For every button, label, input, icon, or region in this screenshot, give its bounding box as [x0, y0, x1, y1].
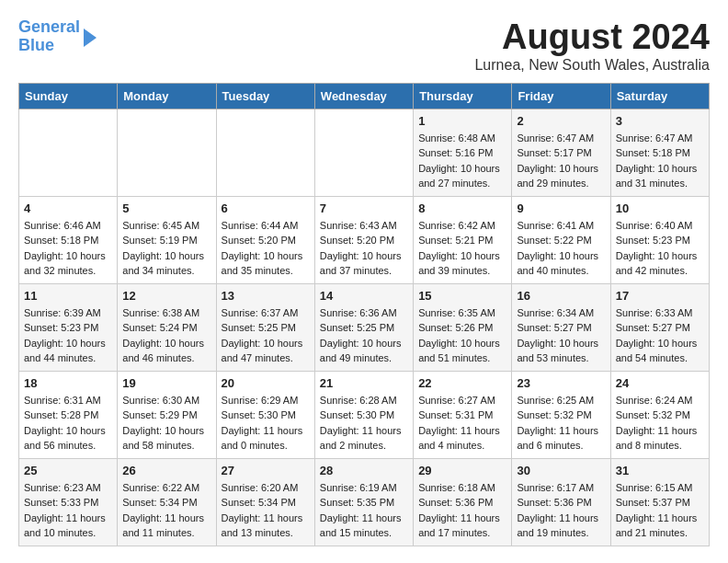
- daylight-text: Daylight: 10 hours and 32 minutes.: [24, 250, 106, 277]
- day-number: 8: [418, 201, 506, 215]
- day-number: 27: [222, 464, 310, 477]
- table-row: 30 Sunrise: 6:17 AM Sunset: 5:36 PM Dayl…: [512, 458, 610, 546]
- day-number: 14: [320, 289, 408, 303]
- sunset-text: Sunset: 5:30 PM: [222, 409, 296, 420]
- table-row: 23 Sunrise: 6:25 AM Sunset: 5:32 PM Dayl…: [512, 371, 610, 458]
- table-row: 2 Sunrise: 6:47 AM Sunset: 5:17 PM Dayli…: [512, 109, 610, 196]
- calendar-week-row: 1 Sunrise: 6:48 AM Sunset: 5:16 PM Dayli…: [19, 109, 710, 196]
- daylight-text: Daylight: 10 hours and 51 minutes.: [418, 338, 500, 364]
- logo-arrow-icon: [84, 29, 97, 47]
- day-number: 19: [122, 376, 210, 390]
- sunrise-text: Sunrise: 6:37 AM: [222, 307, 299, 318]
- daylight-text: Daylight: 11 hours and 4 minutes.: [418, 425, 500, 452]
- sunset-text: Sunset: 5:29 PM: [122, 409, 197, 420]
- sunrise-text: Sunrise: 6:40 AM: [616, 220, 693, 231]
- day-number: 18: [24, 376, 112, 390]
- table-row: 12 Sunrise: 6:38 AM Sunset: 5:24 PM Dayl…: [118, 283, 216, 371]
- sunset-text: Sunset: 5:25 PM: [222, 322, 296, 333]
- table-row: 26 Sunrise: 6:22 AM Sunset: 5:34 PM Dayl…: [118, 458, 216, 546]
- day-number: 22: [418, 376, 506, 390]
- sunrise-text: Sunrise: 6:36 AM: [320, 307, 397, 318]
- day-number: 28: [320, 464, 408, 477]
- sunrise-text: Sunrise: 6:46 AM: [24, 220, 101, 231]
- sunrise-text: Sunrise: 6:38 AM: [122, 307, 199, 318]
- daylight-text: Daylight: 10 hours and 58 minutes.: [122, 425, 204, 452]
- daylight-text: Daylight: 10 hours and 39 minutes.: [418, 250, 500, 277]
- sunset-text: Sunset: 5:32 PM: [517, 409, 591, 420]
- day-number: 5: [122, 201, 210, 215]
- page-title: August 2024: [474, 18, 710, 57]
- daylight-text: Daylight: 10 hours and 42 minutes.: [616, 250, 698, 277]
- sunset-text: Sunset: 5:26 PM: [418, 322, 493, 333]
- day-number: 16: [517, 289, 605, 303]
- sunrise-text: Sunrise: 6:19 AM: [320, 482, 397, 493]
- day-number: 10: [616, 201, 704, 215]
- sunrise-text: Sunrise: 6:18 AM: [418, 482, 495, 493]
- table-row: 28 Sunrise: 6:19 AM Sunset: 5:35 PM Dayl…: [314, 458, 413, 546]
- calendar-week-row: 11 Sunrise: 6:39 AM Sunset: 5:23 PM Dayl…: [19, 283, 710, 371]
- day-number: 30: [517, 464, 605, 477]
- sunset-text: Sunset: 5:34 PM: [222, 497, 296, 508]
- table-row: 24 Sunrise: 6:24 AM Sunset: 5:32 PM Dayl…: [610, 371, 709, 458]
- table-row: 27 Sunrise: 6:20 AM Sunset: 5:34 PM Dayl…: [216, 458, 314, 546]
- table-row: 18 Sunrise: 6:31 AM Sunset: 5:28 PM Dayl…: [19, 371, 118, 458]
- sunset-text: Sunset: 5:23 PM: [616, 235, 690, 246]
- page-header: General Blue August 2024 Lurnea, New Sou…: [18, 18, 710, 74]
- daylight-text: Daylight: 10 hours and 44 minutes.: [24, 338, 106, 364]
- day-number: 11: [24, 289, 112, 303]
- daylight-text: Daylight: 11 hours and 10 minutes.: [24, 512, 106, 539]
- sunrise-text: Sunrise: 6:33 AM: [616, 307, 693, 318]
- table-row: 17 Sunrise: 6:33 AM Sunset: 5:27 PM Dayl…: [610, 283, 709, 371]
- sunrise-text: Sunrise: 6:29 AM: [222, 395, 299, 406]
- daylight-text: Daylight: 11 hours and 11 minutes.: [122, 512, 204, 539]
- daylight-text: Daylight: 10 hours and 34 minutes.: [122, 250, 204, 277]
- col-monday: Monday: [118, 83, 216, 109]
- daylight-text: Daylight: 10 hours and 49 minutes.: [320, 338, 402, 364]
- sunrise-text: Sunrise: 6:17 AM: [517, 482, 594, 493]
- table-row: 16 Sunrise: 6:34 AM Sunset: 5:27 PM Dayl…: [512, 283, 610, 371]
- sunrise-text: Sunrise: 6:22 AM: [122, 482, 199, 493]
- day-number: 25: [24, 464, 112, 477]
- daylight-text: Daylight: 10 hours and 29 minutes.: [517, 163, 598, 190]
- sunrise-text: Sunrise: 6:39 AM: [24, 307, 101, 318]
- calendar-header-row: Sunday Monday Tuesday Wednesday Thursday…: [19, 83, 710, 109]
- sunrise-text: Sunrise: 6:28 AM: [320, 395, 397, 406]
- table-row: [216, 109, 314, 196]
- sunrise-text: Sunrise: 6:31 AM: [24, 395, 101, 406]
- sunset-text: Sunset: 5:24 PM: [122, 322, 197, 333]
- sunset-text: Sunset: 5:16 PM: [418, 147, 493, 158]
- sunset-text: Sunset: 5:20 PM: [320, 235, 394, 246]
- day-number: 13: [222, 289, 310, 303]
- daylight-text: Daylight: 11 hours and 19 minutes.: [517, 512, 598, 539]
- daylight-text: Daylight: 11 hours and 13 minutes.: [222, 512, 303, 539]
- sunrise-text: Sunrise: 6:15 AM: [616, 482, 693, 493]
- day-number: 21: [320, 376, 408, 390]
- calendar-week-row: 18 Sunrise: 6:31 AM Sunset: 5:28 PM Dayl…: [19, 371, 710, 458]
- sunset-text: Sunset: 5:20 PM: [222, 235, 296, 246]
- daylight-text: Daylight: 10 hours and 56 minutes.: [24, 425, 106, 452]
- daylight-text: Daylight: 10 hours and 47 minutes.: [222, 338, 303, 364]
- daylight-text: Daylight: 11 hours and 15 minutes.: [320, 512, 402, 539]
- sunset-text: Sunset: 5:22 PM: [517, 235, 591, 246]
- sunset-text: Sunset: 5:36 PM: [418, 497, 493, 508]
- table-row: 11 Sunrise: 6:39 AM Sunset: 5:23 PM Dayl…: [19, 283, 118, 371]
- sunrise-text: Sunrise: 6:35 AM: [418, 307, 495, 318]
- sunrise-text: Sunrise: 6:25 AM: [517, 395, 594, 406]
- sunset-text: Sunset: 5:27 PM: [616, 322, 690, 333]
- sunrise-text: Sunrise: 6:20 AM: [222, 482, 299, 493]
- table-row: 10 Sunrise: 6:40 AM Sunset: 5:23 PM Dayl…: [610, 196, 709, 283]
- sunrise-text: Sunrise: 6:27 AM: [418, 395, 495, 406]
- sunrise-text: Sunrise: 6:47 AM: [517, 132, 594, 144]
- table-row: [118, 109, 216, 196]
- day-number: 7: [320, 201, 408, 215]
- sunset-text: Sunset: 5:30 PM: [320, 409, 394, 420]
- daylight-text: Daylight: 10 hours and 53 minutes.: [517, 338, 598, 364]
- day-number: 31: [616, 464, 704, 477]
- sunrise-text: Sunrise: 6:47 AM: [616, 132, 693, 144]
- table-row: 14 Sunrise: 6:36 AM Sunset: 5:25 PM Dayl…: [314, 283, 413, 371]
- day-number: 26: [122, 464, 210, 477]
- daylight-text: Daylight: 11 hours and 17 minutes.: [418, 512, 500, 539]
- sunrise-text: Sunrise: 6:42 AM: [418, 220, 495, 231]
- daylight-text: Daylight: 10 hours and 40 minutes.: [517, 250, 598, 277]
- daylight-text: Daylight: 10 hours and 37 minutes.: [320, 250, 402, 277]
